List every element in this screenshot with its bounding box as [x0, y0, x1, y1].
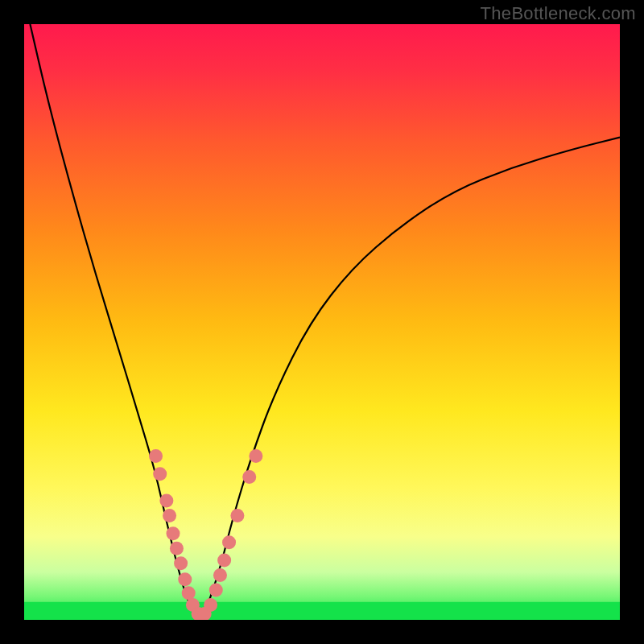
highlight-dot [163, 509, 176, 522]
highlight-dot [222, 535, 236, 549]
highlight-dot [249, 449, 262, 463]
highlight-dot [242, 470, 256, 484]
green-band [24, 602, 620, 620]
gradient-background [24, 24, 620, 620]
highlight-dot [230, 509, 244, 522]
plot-area [24, 24, 620, 620]
highlight-dot [174, 556, 188, 570]
highlight-dot [153, 467, 167, 481]
chart-stage: TheBottleneck.com [0, 0, 644, 644]
highlight-dot [178, 572, 192, 586]
highlight-dot [149, 449, 163, 463]
watermark-text: TheBottleneck.com [481, 3, 636, 24]
highlight-dot [209, 583, 223, 597]
highlight-dot [170, 542, 184, 555]
highlight-dot [204, 598, 217, 612]
highlight-dot [166, 526, 180, 540]
highlight-dot [217, 553, 231, 567]
highlight-dot [159, 493, 173, 507]
highlight-dot [182, 586, 196, 600]
highlight-dot [213, 568, 227, 582]
plot-svg [24, 24, 620, 620]
